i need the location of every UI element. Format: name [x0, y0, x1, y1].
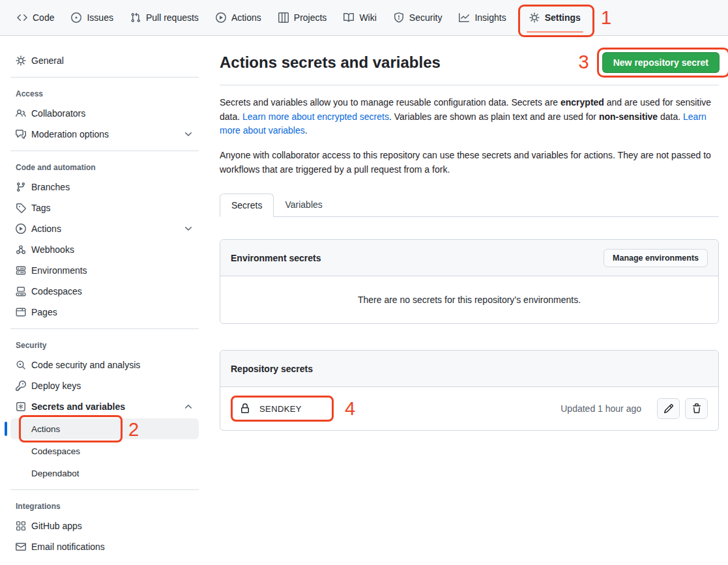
codespaces-icon — [16, 286, 26, 297]
main-content: Actions secrets and variables 3 New repo… — [209, 36, 728, 431]
divider — [10, 77, 199, 78]
trash-icon — [692, 403, 702, 414]
sidebar-item-label: General — [31, 55, 64, 66]
sidebar-item-deploy-keys[interactable]: Deploy keys — [10, 375, 199, 396]
tab-pull-requests[interactable]: Pull requests — [125, 10, 204, 25]
apps-icon — [16, 521, 26, 531]
sidebar-section-code-automation: Code and automation — [10, 157, 199, 177]
mail-icon — [16, 542, 26, 552]
repository-secrets-title: Repository secrets — [231, 364, 313, 374]
tab-security[interactable]: Security — [388, 10, 448, 25]
tab-label: Security — [409, 12, 443, 23]
play-icon — [216, 12, 226, 23]
description-paragraph-2: Anyone with collaborator access to this … — [220, 149, 719, 177]
divider — [10, 489, 199, 490]
sidebar-section-integrations: Integrations — [10, 496, 199, 515]
manage-environments-button[interactable]: Manage environments — [604, 249, 708, 267]
tab-variables[interactable]: Variables — [274, 194, 333, 217]
tab-label: Projects — [294, 12, 327, 23]
sidebar-item-collaborators[interactable]: Collaborators — [10, 103, 199, 124]
chevron-down-icon — [183, 129, 194, 139]
sidebar-section-access: Access — [10, 83, 199, 103]
sidebar-item-label: Moderation options — [31, 129, 109, 139]
secret-updated-timestamp: Updated 1 hour ago — [561, 403, 641, 414]
code-icon — [17, 12, 27, 23]
repository-secrets-panel: Repository secrets SENDKEY 4 Updated 1 h… — [220, 350, 719, 431]
tab-settings[interactable]: Settings — [524, 10, 586, 25]
edit-secret-button[interactable] — [657, 398, 680, 419]
sidebar-section-security: Security — [10, 335, 199, 355]
chevron-down-icon — [183, 224, 194, 234]
sidebar-item-secrets-actions[interactable]: Actions 2 — [10, 418, 199, 439]
new-repository-secret-button[interactable]: New repository secret — [602, 52, 720, 73]
divider — [10, 151, 199, 151]
tab-secrets[interactable]: Secrets — [220, 194, 274, 217]
sidebar-item-label: Actions — [31, 224, 61, 234]
sidebar-item-label: Deploy keys — [31, 381, 81, 391]
graph-icon — [459, 12, 469, 23]
sidebar-item-label: Webhooks — [31, 244, 74, 255]
delete-secret-button[interactable] — [685, 398, 708, 419]
sidebar-item-secrets-and-variables[interactable]: Secrets and variables — [10, 396, 199, 417]
sidebar-item-secrets-codespaces[interactable]: Codespaces — [10, 441, 199, 461]
tab-label: Wiki — [359, 12, 376, 23]
page-title: Actions secrets and variables — [220, 53, 441, 72]
server-icon — [16, 265, 26, 276]
sidebar-item-webhooks[interactable]: Webhooks — [10, 239, 199, 260]
sidebar-item-label: Environments — [31, 265, 87, 276]
tag-icon — [16, 203, 26, 213]
book-icon — [343, 12, 354, 23]
environment-secrets-title: Environment secrets — [231, 253, 321, 263]
pencil-icon — [663, 403, 674, 414]
annotation-number-1: 1 — [601, 8, 611, 27]
sidebar-item-label: Secrets and variables — [31, 401, 125, 412]
tab-projects[interactable]: Projects — [273, 10, 332, 25]
secret-name: SENDKEY — [259, 404, 302, 414]
sidebar-item-github-apps[interactable]: GitHub apps — [10, 515, 199, 536]
tab-label: Issues — [87, 12, 113, 23]
sidebar-item-label: Tags — [31, 203, 51, 213]
text-bold: encrypted — [561, 97, 604, 108]
sidebar-item-label: Code security and analysis — [31, 360, 140, 370]
annotation-box-1: Settings — [518, 5, 594, 37]
sidebar-item-actions[interactable]: Actions — [10, 218, 199, 239]
sidebar-item-label: Dependabot — [31, 469, 80, 478]
sidebar-item-label: Actions — [31, 424, 60, 434]
tab-label: Insights — [474, 12, 506, 23]
git-pull-request-icon — [130, 12, 141, 23]
gear-icon — [16, 55, 26, 66]
tab-issues[interactable]: Issues — [66, 10, 118, 25]
tab-code[interactable]: Code — [12, 10, 59, 25]
sidebar-item-label: Branches — [31, 182, 70, 192]
tab-label: Code — [33, 12, 54, 23]
sidebar-item-pages[interactable]: Pages — [10, 302, 199, 323]
text: . — [305, 125, 308, 136]
sidebar-item-secrets-dependabot[interactable]: Dependabot — [10, 463, 199, 484]
play-icon — [16, 224, 26, 234]
sidebar-item-label: GitHub apps — [31, 521, 82, 531]
annotation-box-3: New repository secret — [597, 48, 728, 78]
sidebar-item-branches[interactable]: Branches — [10, 177, 199, 197]
sidebar-item-label: Collaborators — [31, 108, 85, 119]
tab-insights[interactable]: Insights — [454, 10, 511, 25]
sidebar-item-environments[interactable]: Environments — [10, 260, 199, 281]
sidebar-item-email-notifications[interactable]: Email notifications — [10, 536, 199, 557]
sidebar-item-moderation-options[interactable]: Moderation options — [10, 124, 199, 145]
tab-label: Settings — [545, 12, 581, 23]
sidebar-item-general[interactable]: General — [10, 50, 199, 71]
sidebar-item-label: Codespaces — [31, 286, 82, 297]
sidebar-item-tags[interactable]: Tags — [10, 197, 199, 218]
tab-label: Pull requests — [146, 12, 199, 23]
sidebar-item-code-security[interactable]: Code security and analysis — [10, 355, 199, 375]
annotation-number-4: 4 — [345, 399, 355, 418]
table-icon — [278, 12, 289, 23]
link-encrypted-secrets[interactable]: Learn more about encrypted secrets — [242, 111, 389, 122]
tab-wiki[interactable]: Wiki — [338, 10, 381, 25]
sidebar-item-codespaces[interactable]: Codespaces — [10, 281, 199, 302]
codescan-icon — [16, 360, 26, 370]
tab-actions[interactable]: Actions — [211, 10, 267, 25]
text: data. — [658, 111, 683, 122]
secrets-variables-tablist: Secrets Variables — [220, 194, 719, 217]
lock-icon — [240, 403, 250, 414]
secret-box-icon — [16, 401, 26, 412]
